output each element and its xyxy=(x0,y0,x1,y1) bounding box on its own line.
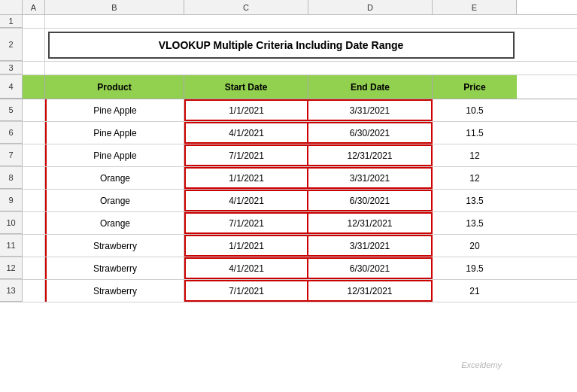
cell-start-date: 4/1/2021 xyxy=(184,190,308,211)
row-num-12: 12 xyxy=(0,257,23,279)
header-start-date: Start Date xyxy=(184,75,308,99)
cell-start-date: 7/1/2021 xyxy=(184,212,308,234)
row-num-7: 7 xyxy=(0,144,23,166)
cell-end-date: 12/31/2021 xyxy=(308,212,433,234)
cell-start-date: 4/1/2021 xyxy=(184,257,308,279)
cell-start-date: 7/1/2021 xyxy=(184,280,308,302)
table-row: 5Pine Apple1/1/20213/31/202110.5 xyxy=(0,99,577,122)
cell-price: 21 xyxy=(433,280,517,302)
cell-start-date: 1/1/2021 xyxy=(184,99,308,121)
cell-price: 13.5 xyxy=(433,212,517,234)
cell-end-date: 12/31/2021 xyxy=(308,144,433,166)
cell-end-date: 3/31/2021 xyxy=(308,167,433,189)
row-num-13: 13 xyxy=(0,280,23,302)
cell-product: Pine Apple xyxy=(45,122,184,144)
title-row: 2 VLOOKUP Multiple Criteria Including Da… xyxy=(0,29,577,62)
cell-price: 12 xyxy=(433,144,517,166)
header-end-date: End Date xyxy=(308,75,433,99)
column-headers-row: 4 Product Start Date End Date Price xyxy=(0,75,577,99)
col-header-e: E xyxy=(433,0,517,14)
cell-start-date: 1/1/2021 xyxy=(184,167,308,189)
cell-product: Orange xyxy=(45,167,184,189)
table-row: 13Strawberry7/1/202112/31/202121 xyxy=(0,280,577,302)
header-product: Product xyxy=(45,75,184,99)
row-num-9: 9 xyxy=(0,190,23,211)
cell-price: 19.5 xyxy=(433,257,517,279)
table-row: 10Orange7/1/202112/31/202113.5 xyxy=(0,212,577,235)
cell-product: Orange xyxy=(45,212,184,234)
cell-end-date: 3/31/2021 xyxy=(308,99,433,121)
cell-start-date: 4/1/2021 xyxy=(184,122,308,144)
cell-product: Orange xyxy=(45,190,184,211)
cell-price: 13.5 xyxy=(433,190,517,211)
cell-end-date: 3/31/2021 xyxy=(308,235,433,257)
cell-price: 20 xyxy=(433,235,517,257)
table-row: 11Strawberry1/1/20213/31/202120 xyxy=(0,235,577,257)
cell-price: 12 xyxy=(433,167,517,189)
col-header-b: B xyxy=(45,0,184,14)
data-table: 5Pine Apple1/1/20213/31/202110.56Pine Ap… xyxy=(0,99,577,302)
cell-product: Strawberry xyxy=(45,280,184,302)
table-row: 8Orange1/1/20213/31/202112 xyxy=(0,167,577,190)
row-num-4: 4 xyxy=(0,75,23,99)
table-row: 12Strawberry4/1/20216/30/202119.5 xyxy=(0,257,577,280)
row-num-6: 6 xyxy=(0,122,23,144)
row-num-1: 1 xyxy=(0,15,23,28)
col-header-a: A xyxy=(23,0,45,14)
row-num-5: 5 xyxy=(0,99,23,121)
cell-product: Pine Apple xyxy=(45,99,184,121)
row-num-2: 2 xyxy=(0,29,23,61)
cell-end-date: 12/31/2021 xyxy=(308,280,433,302)
header-price: Price xyxy=(433,75,517,99)
cell-start-date: 1/1/2021 xyxy=(184,235,308,257)
cell-product: Pine Apple xyxy=(45,144,184,166)
row-num-8: 8 xyxy=(0,167,23,189)
table-row: 9Orange4/1/20216/30/202113.5 xyxy=(0,190,577,212)
cell-end-date: 6/30/2021 xyxy=(308,122,433,144)
row-num-10: 10 xyxy=(0,212,23,234)
cell-start-date: 7/1/2021 xyxy=(184,144,308,166)
table-row: 6Pine Apple4/1/20216/30/202111.5 xyxy=(0,122,577,144)
cell-end-date: 6/30/2021 xyxy=(308,257,433,279)
cell-product: Strawberry xyxy=(45,257,184,279)
cell-price: 11.5 xyxy=(433,122,517,144)
col-header-d: D xyxy=(308,0,433,14)
cell-product: Strawberry xyxy=(45,235,184,257)
row-num-11: 11 xyxy=(0,235,23,257)
table-row: 7Pine Apple7/1/202112/31/202112 xyxy=(0,144,577,167)
cell-end-date: 6/30/2021 xyxy=(308,190,433,211)
col-header-c: C xyxy=(184,0,308,14)
spreadsheet: A B C D E 1 2 VLOOKUP Multiple Criteria … xyxy=(0,0,577,392)
cell-price: 10.5 xyxy=(433,99,517,121)
row-num-3: 3 xyxy=(0,62,23,74)
watermark: Exceldemy xyxy=(461,360,502,369)
spreadsheet-title: VLOOKUP Multiple Criteria Including Date… xyxy=(48,32,515,59)
